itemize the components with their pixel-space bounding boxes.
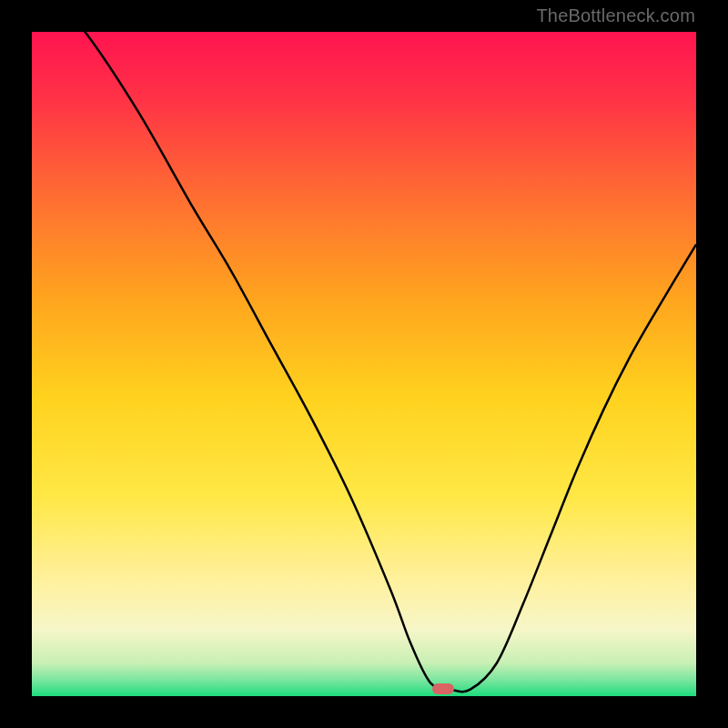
curve-layer — [32, 32, 696, 696]
chart-frame: TheBottleneck.com — [0, 0, 728, 728]
optimal-marker — [432, 683, 454, 694]
bottleneck-curve — [32, 32, 696, 692]
watermark-text: TheBottleneck.com — [536, 5, 695, 26]
plot-area — [32, 32, 696, 696]
